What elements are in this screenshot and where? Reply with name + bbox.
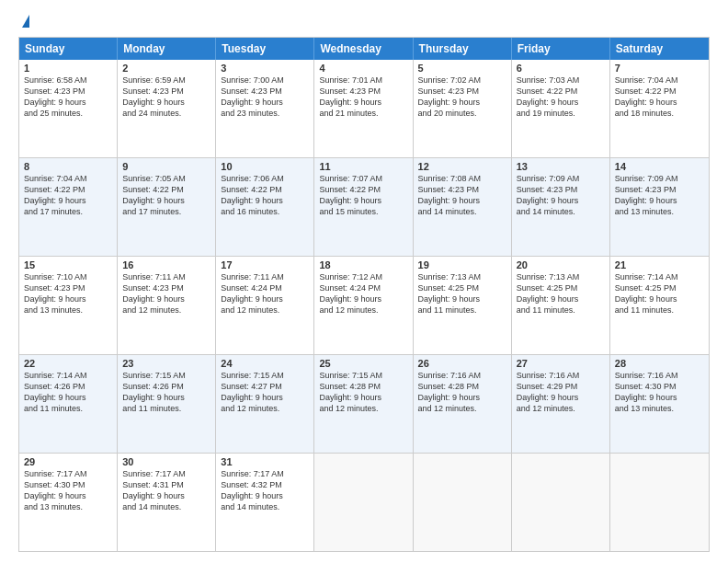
cell-info-line: Sunset: 4:31 PM xyxy=(122,479,210,490)
day-cell-25: 25Sunrise: 7:15 AMSunset: 4:28 PMDayligh… xyxy=(314,355,413,453)
day-cell-29: 29Sunrise: 7:17 AMSunset: 4:30 PMDayligh… xyxy=(19,454,118,551)
day-cell-16: 16Sunrise: 7:11 AMSunset: 4:23 PMDayligh… xyxy=(118,257,216,354)
day-number: 14 xyxy=(615,161,704,172)
day-cell-6: 6Sunrise: 7:03 AMSunset: 4:22 PMDaylight… xyxy=(512,60,610,157)
cell-info-line: Sunset: 4:23 PM xyxy=(418,184,506,195)
cell-info-line: Daylight: 9 hours xyxy=(615,293,704,304)
cell-info-line: and 13 minutes. xyxy=(615,403,704,414)
calendar-row-4: 22Sunrise: 7:14 AMSunset: 4:26 PMDayligh… xyxy=(19,354,709,453)
cell-info-line: Sunrise: 7:09 AM xyxy=(615,173,704,184)
cell-info-line: Daylight: 9 hours xyxy=(418,97,506,108)
cell-info-line: Sunrise: 7:15 AM xyxy=(122,370,210,381)
empty-cell xyxy=(512,454,610,551)
cell-info-line: Sunrise: 7:04 AM xyxy=(615,75,704,86)
cell-info-line: Sunrise: 7:17 AM xyxy=(122,468,210,479)
cell-info-line: and 14 minutes. xyxy=(221,501,309,512)
cell-info-line: and 13 minutes. xyxy=(24,501,112,512)
calendar: SundayMondayTuesdayWednesdayThursdayFrid… xyxy=(18,37,710,552)
cell-info-line: and 11 minutes. xyxy=(615,304,704,316)
calendar-body: 1Sunrise: 6:58 AMSunset: 4:23 PMDaylight… xyxy=(19,60,709,551)
cell-info-line: Sunset: 4:30 PM xyxy=(24,479,112,490)
cell-info-line: and 12 minutes. xyxy=(221,403,309,414)
cell-info-line: Sunset: 4:26 PM xyxy=(122,381,210,392)
day-cell-23: 23Sunrise: 7:15 AMSunset: 4:26 PMDayligh… xyxy=(118,355,216,453)
cell-info-line: Sunrise: 7:02 AM xyxy=(418,75,506,86)
day-cell-5: 5Sunrise: 7:02 AMSunset: 4:23 PMDaylight… xyxy=(414,60,512,157)
cell-info-line: Sunrise: 7:17 AM xyxy=(221,468,309,479)
day-number: 3 xyxy=(221,63,309,74)
cell-info-line: Daylight: 9 hours xyxy=(615,97,704,108)
cell-info-line: Daylight: 9 hours xyxy=(517,293,605,304)
day-number: 31 xyxy=(221,456,309,467)
page: SundayMondayTuesdayWednesdayThursdayFrid… xyxy=(0,0,728,563)
day-number: 10 xyxy=(221,161,309,172)
day-number: 12 xyxy=(418,161,506,172)
logo-triangle-icon xyxy=(22,15,29,28)
day-cell-10: 10Sunrise: 7:06 AMSunset: 4:22 PMDayligh… xyxy=(216,158,314,256)
cell-info-line: Sunset: 4:23 PM xyxy=(221,86,309,97)
logo-general-text xyxy=(18,15,29,28)
cell-info-line: and 25 minutes. xyxy=(24,108,112,119)
day-cell-26: 26Sunrise: 7:16 AMSunset: 4:28 PMDayligh… xyxy=(414,355,512,453)
cell-info-line: and 24 minutes. xyxy=(122,108,210,119)
cell-info-line: and 12 minutes. xyxy=(319,403,407,414)
cell-info-line: Daylight: 9 hours xyxy=(319,195,407,206)
cell-info-line: Sunrise: 6:59 AM xyxy=(122,75,210,86)
cell-info-line: Daylight: 9 hours xyxy=(221,293,309,304)
cell-info-line: Sunrise: 7:08 AM xyxy=(418,173,506,184)
day-number: 1 xyxy=(24,63,112,74)
cell-info-line: Sunset: 4:25 PM xyxy=(418,282,506,293)
cell-info-line: Sunrise: 7:11 AM xyxy=(221,271,309,282)
cell-info-line: Sunrise: 7:17 AM xyxy=(24,468,112,479)
header-day-monday: Monday xyxy=(118,38,216,60)
day-number: 16 xyxy=(122,259,210,270)
cell-info-line: and 12 minutes. xyxy=(319,304,407,316)
day-cell-31: 31Sunrise: 7:17 AMSunset: 4:32 PMDayligh… xyxy=(216,454,314,551)
logo xyxy=(18,15,29,28)
day-number: 5 xyxy=(418,63,506,74)
cell-info-line: Daylight: 9 hours xyxy=(319,392,407,403)
day-number: 6 xyxy=(517,63,605,74)
cell-info-line: and 19 minutes. xyxy=(517,108,605,119)
cell-info-line: Daylight: 9 hours xyxy=(24,195,112,206)
cell-info-line: Daylight: 9 hours xyxy=(221,97,309,108)
day-cell-22: 22Sunrise: 7:14 AMSunset: 4:26 PMDayligh… xyxy=(19,355,118,453)
cell-info-line: Sunset: 4:23 PM xyxy=(122,282,210,293)
cell-info-line: Sunset: 4:23 PM xyxy=(24,282,112,293)
cell-info-line: Daylight: 9 hours xyxy=(24,490,112,501)
cell-info-line: Sunset: 4:23 PM xyxy=(615,184,704,195)
day-cell-28: 28Sunrise: 7:16 AMSunset: 4:30 PMDayligh… xyxy=(610,355,709,453)
cell-info-line: Daylight: 9 hours xyxy=(122,97,210,108)
cell-info-line: Daylight: 9 hours xyxy=(122,195,210,206)
day-number: 9 xyxy=(122,161,210,172)
day-number: 8 xyxy=(24,161,112,172)
day-cell-3: 3Sunrise: 7:00 AMSunset: 4:23 PMDaylight… xyxy=(216,60,314,157)
cell-info-line: and 12 minutes. xyxy=(418,403,506,414)
cell-info-line: Daylight: 9 hours xyxy=(24,392,112,403)
cell-info-line: Sunrise: 7:03 AM xyxy=(517,75,605,86)
cell-info-line: Sunrise: 7:06 AM xyxy=(221,173,309,184)
day-cell-8: 8Sunrise: 7:04 AMSunset: 4:22 PMDaylight… xyxy=(19,158,118,256)
cell-info-line: Sunset: 4:22 PM xyxy=(221,184,309,195)
day-number: 29 xyxy=(24,456,112,467)
cell-info-line: Sunrise: 7:07 AM xyxy=(319,173,407,184)
day-cell-15: 15Sunrise: 7:10 AMSunset: 4:23 PMDayligh… xyxy=(19,257,118,354)
cell-info-line: Sunset: 4:25 PM xyxy=(615,282,704,293)
cell-info-line: Sunset: 4:25 PM xyxy=(517,282,605,293)
day-cell-7: 7Sunrise: 7:04 AMSunset: 4:22 PMDaylight… xyxy=(610,60,709,157)
day-number: 28 xyxy=(615,358,704,369)
cell-info-line: and 21 minutes. xyxy=(319,108,407,119)
day-number: 20 xyxy=(517,259,605,270)
cell-info-line: and 23 minutes. xyxy=(221,108,309,119)
day-number: 27 xyxy=(517,358,605,369)
header-day-wednesday: Wednesday xyxy=(314,38,413,60)
cell-info-line: Daylight: 9 hours xyxy=(221,490,309,501)
cell-info-line: Sunrise: 7:16 AM xyxy=(418,370,506,381)
cell-info-line: Daylight: 9 hours xyxy=(418,293,506,304)
cell-info-line: Sunrise: 6:58 AM xyxy=(24,75,112,86)
cell-info-line: Sunrise: 7:14 AM xyxy=(24,370,112,381)
cell-info-line: Sunset: 4:28 PM xyxy=(319,381,407,392)
day-number: 23 xyxy=(122,358,210,369)
cell-info-line: Sunrise: 7:09 AM xyxy=(517,173,605,184)
cell-info-line: Sunset: 4:23 PM xyxy=(517,184,605,195)
